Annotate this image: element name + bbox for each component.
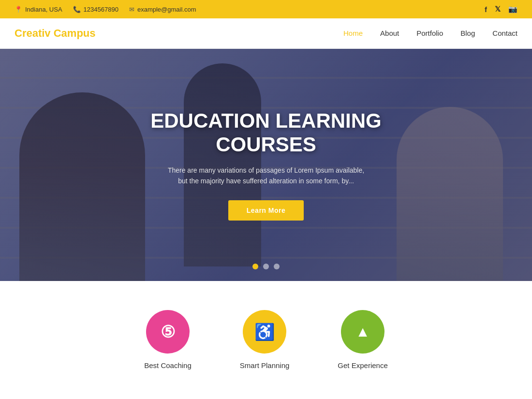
- phone-info: 📞 1234567890: [73, 6, 118, 13]
- facebook-icon[interactable]: f: [485, 5, 487, 14]
- hero-subtitle: There are many variations of passages of…: [164, 165, 368, 187]
- nav-link-portfolio[interactable]: Portfolio: [416, 29, 443, 37]
- coaching-label: Best Coaching: [144, 361, 192, 369]
- hero-title-line1: EDUCATION LEARNING: [150, 109, 382, 132]
- nav-item-portfolio[interactable]: Portfolio: [416, 29, 443, 38]
- top-bar-left: 📍 Indiana, USA 📞 1234567890 ✉ example@gm…: [15, 6, 196, 13]
- email-icon: ✉: [129, 6, 134, 13]
- nav-item-blog[interactable]: Blog: [460, 29, 475, 38]
- hero-title: EDUCATION LEARNING COURSES: [150, 109, 382, 156]
- nav-bar: Creativ Campus Home About Portfolio Blog…: [0, 18, 532, 49]
- carousel-dot-2[interactable]: [263, 264, 269, 269]
- email-text: example@gmail.com: [137, 6, 196, 13]
- nav-link-about[interactable]: About: [380, 29, 399, 37]
- twitter-icon[interactable]: 𝕏: [495, 5, 501, 14]
- social-links: f 𝕏 📷: [485, 5, 517, 14]
- nav-item-home[interactable]: Home: [343, 29, 363, 38]
- learn-more-button[interactable]: Learn More: [228, 200, 304, 221]
- nav-link-blog[interactable]: Blog: [460, 29, 475, 37]
- coaching-icon: ⑤: [161, 322, 175, 341]
- phone-icon: 📞: [73, 6, 81, 13]
- carousel-dot-1[interactable]: [252, 264, 258, 269]
- nav-item-about[interactable]: About: [380, 29, 399, 38]
- features-section: ⑤ Best Coaching ♿ Smart Planning ▲ Get E…: [0, 281, 532, 394]
- coaching-icon-circle: ⑤: [146, 310, 190, 354]
- feature-best-coaching: ⑤ Best Coaching: [144, 310, 192, 369]
- hero-content: EDUCATION LEARNING COURSES There are man…: [0, 49, 532, 281]
- experience-icon: ▲: [355, 324, 370, 340]
- location-text: Indiana, USA: [25, 6, 62, 13]
- feature-get-experience: ▲ Get Experience: [338, 310, 387, 369]
- location-icon: 📍: [15, 6, 22, 13]
- top-bar: 📍 Indiana, USA 📞 1234567890 ✉ example@gm…: [0, 0, 532, 18]
- email-info: ✉ example@gmail.com: [129, 6, 196, 13]
- location-info: 📍 Indiana, USA: [15, 6, 62, 13]
- hero-section: EDUCATION LEARNING COURSES There are man…: [0, 49, 532, 281]
- hero-carousel-dots: [252, 264, 280, 269]
- planning-icon-circle: ♿: [243, 310, 286, 354]
- logo[interactable]: Creativ Campus: [15, 27, 96, 40]
- experience-label: Get Experience: [338, 361, 387, 369]
- planning-icon: ♿: [254, 322, 275, 341]
- planning-label: Smart Planning: [240, 361, 290, 369]
- nav-link-home[interactable]: Home: [343, 29, 363, 37]
- feature-smart-planning: ♿ Smart Planning: [240, 310, 290, 369]
- nav-link-contact[interactable]: Contact: [492, 29, 517, 37]
- carousel-dot-3[interactable]: [274, 264, 280, 269]
- nav-item-contact[interactable]: Contact: [492, 29, 517, 38]
- experience-icon-circle: ▲: [341, 310, 384, 354]
- instagram-icon[interactable]: 📷: [508, 5, 517, 14]
- phone-text: 1234567890: [84, 6, 118, 13]
- hero-title-line2: COURSES: [216, 133, 316, 156]
- nav-links: Home About Portfolio Blog Contact: [343, 29, 517, 38]
